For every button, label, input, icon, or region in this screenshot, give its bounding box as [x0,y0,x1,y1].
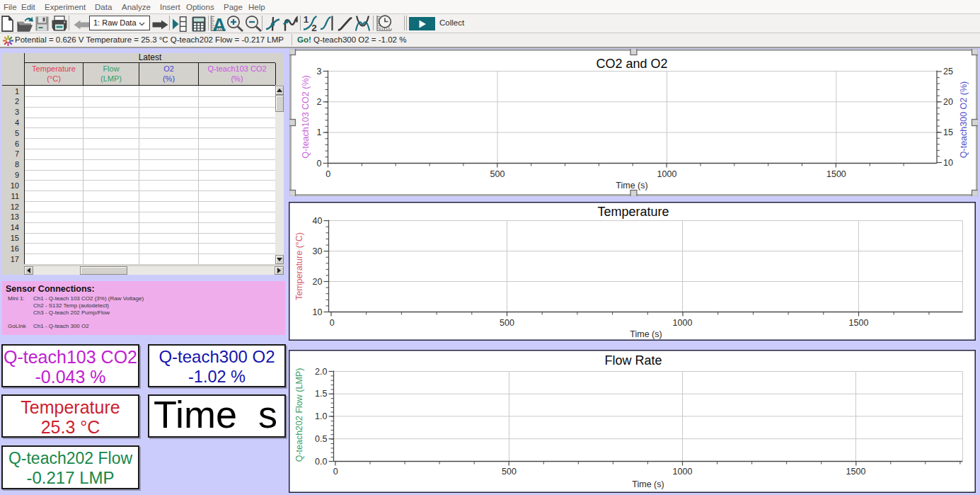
svg-text:25: 25 [943,67,953,76]
svg-text:15: 15 [943,127,953,137]
svg-text:0.5: 0.5 [315,434,327,444]
svg-text:Q-teach103 CO2 (%): Q-teach103 CO2 (%) [301,75,311,158]
svg-text:1000: 1000 [673,467,693,477]
svg-text:500: 500 [500,318,514,328]
svg-text:20: 20 [943,97,953,107]
svg-text:Temperature (°C): Temperature (°C) [294,232,304,300]
svg-text:0: 0 [330,318,335,328]
svg-text:Time (s): Time (s) [616,181,647,190]
svg-text:Time (s): Time (s) [632,479,664,489]
svg-text:10: 10 [313,307,323,317]
svg-text:1000: 1000 [657,169,677,179]
svg-text:Q-teach202 Flow (LMP): Q-teach202 Flow (LMP) [294,368,304,462]
svg-text:Temperature: Temperature [597,205,669,219]
svg-text:1: 1 [304,15,309,25]
svg-text:1500: 1500 [849,318,869,328]
svg-text:2: 2 [317,97,322,107]
svg-text:20: 20 [313,277,323,287]
svg-text:1000: 1000 [673,318,693,328]
svg-text:0: 0 [325,169,330,179]
svg-text:1500: 1500 [846,467,866,477]
svg-text:1500: 1500 [826,169,846,179]
svg-text:CO2 and O2: CO2 and O2 [596,57,667,71]
svg-text:1.5: 1.5 [315,389,327,399]
svg-text:3: 3 [317,67,322,76]
svg-text:A: A [213,15,226,32]
svg-text:Q-teach300 O2 (%): Q-teach300 O2 (%) [959,81,969,158]
svg-text:Time (s): Time (s) [630,329,662,339]
svg-text:500: 500 [502,467,517,477]
svg-text:10: 10 [943,158,953,168]
svg-text:1: 1 [317,127,322,137]
svg-text:0.0: 0.0 [315,457,327,467]
svg-text:1.0: 1.0 [315,411,327,421]
svg-text:Flow Rate: Flow Rate [604,353,662,368]
svg-text:30: 30 [313,246,323,256]
svg-text:2.0: 2.0 [315,367,327,377]
svg-text:0: 0 [333,467,338,477]
svg-text:40: 40 [313,216,323,226]
svg-text:0: 0 [317,159,322,169]
svg-text:500: 500 [490,169,505,179]
